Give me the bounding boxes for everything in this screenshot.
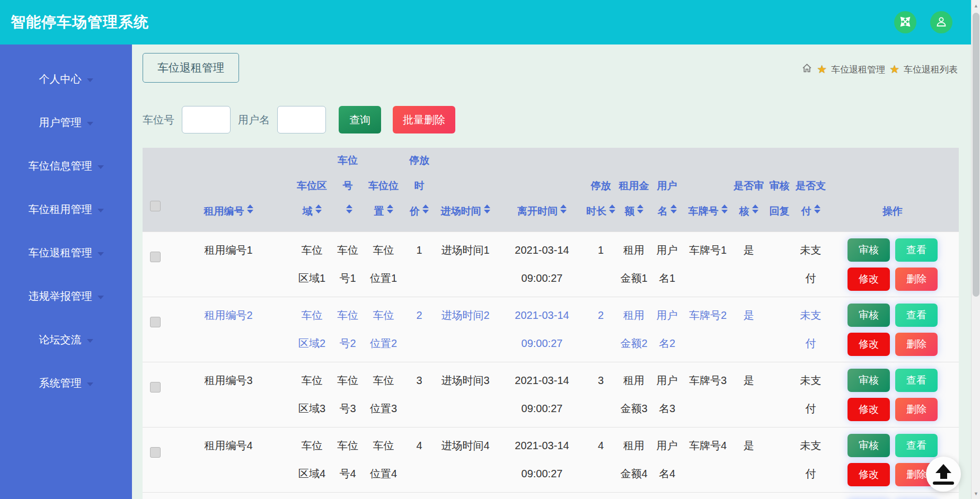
cell-r2-c13 <box>764 297 795 362</box>
cell-r2-c1: 租用编号2 <box>167 297 289 362</box>
cell-r1-c11: 车牌号1 <box>682 232 734 297</box>
action-buttons: 审核查看修改删除 <box>826 369 959 421</box>
cell-r3-c5: 3 <box>406 362 432 427</box>
audit-button[interactable]: 审核 <box>847 238 890 262</box>
column-header-4[interactable]: 停放时 价 <box>406 148 432 232</box>
row-checkbox[interactable] <box>150 317 161 327</box>
sidebar-item-system-management[interactable]: 系统管理 <box>0 361 132 405</box>
username-input[interactable] <box>277 106 326 133</box>
cell-r2-c11: 车牌号2 <box>682 297 734 362</box>
user-button[interactable] <box>930 11 952 33</box>
edit-button[interactable]: 修改 <box>847 398 890 421</box>
column-header-13[interactable]: 是否支 付 <box>795 148 826 232</box>
column-header-3[interactable]: 车位位 置 <box>361 148 406 232</box>
table-row: 租用编号3车位 区域3车位 号3车位 位置33进场时间32021-03-14 0… <box>143 362 959 427</box>
sidebar-item-personal-center[interactable]: 个人中心 <box>0 57 132 101</box>
delete-button[interactable]: 删除 <box>895 333 938 356</box>
cell-r3-c4: 车位 位置3 <box>361 362 406 427</box>
delete-button[interactable]: 删除 <box>895 398 938 421</box>
column-header-label: 车牌号 <box>688 206 719 217</box>
topbar: 智能停车场管理系统 <box>0 0 980 44</box>
chevron-down-icon <box>87 382 93 386</box>
home-icon[interactable] <box>801 63 813 76</box>
column-header-8[interactable]: 租用金 额 <box>616 148 652 232</box>
spot-number-input[interactable] <box>182 106 231 133</box>
audit-button[interactable]: 审核 <box>847 369 890 392</box>
breadcrumb-item-management[interactable]: 车位退租管理 <box>831 64 885 76</box>
star-icon: ★ <box>817 63 827 76</box>
up-arrow-icon <box>933 464 954 485</box>
sort-icon <box>814 204 820 213</box>
scroll-down-arrow-icon[interactable]: ▼ <box>972 489 980 498</box>
column-header-5[interactable]: 进场时间 <box>432 148 498 232</box>
edit-button[interactable]: 修改 <box>847 268 890 291</box>
column-header-10[interactable]: 车牌号 <box>682 148 734 232</box>
sidebar-item-parking-derent-management[interactable]: 车位退租管理 <box>0 231 132 274</box>
view-button[interactable]: 查看 <box>895 434 938 457</box>
cell-r1-c5: 1 <box>406 232 432 297</box>
column-header-7[interactable]: 停放 时长 <box>586 148 616 232</box>
sidebar-item-forum-exchange[interactable]: 论坛交流 <box>0 318 132 361</box>
sidebar-item-violation-report-management[interactable]: 违规举报管理 <box>0 274 132 318</box>
column-header-6[interactable]: 离开时间 <box>498 148 586 232</box>
table-row: 租用编号2车位 区域2车位 号2车位 位置22进场时间22021-03-14 0… <box>143 297 959 362</box>
chevron-down-icon <box>98 252 104 256</box>
view-button[interactable]: 查看 <box>895 369 938 392</box>
back-to-top-button[interactable] <box>926 457 961 492</box>
column-header-1[interactable]: 车位区 域 <box>289 148 334 232</box>
audit-button[interactable]: 审核 <box>847 434 890 457</box>
row-select-cell <box>143 493 167 499</box>
row-select-cell <box>143 297 167 362</box>
row-checkbox[interactable] <box>150 447 161 458</box>
scrollbar-thumb[interactable] <box>973 13 979 297</box>
audit-button[interactable]: 审核 <box>847 304 890 327</box>
cell-r5-c7: 2021-03-14 09:00:27 <box>498 493 586 499</box>
column-header-2[interactable]: 车位号 <box>334 148 361 232</box>
row-checkbox[interactable] <box>150 382 161 393</box>
sidebar-item-parking-rental-management[interactable]: 车位租用管理 <box>0 188 132 231</box>
cell-r5-c11: 车牌号5 <box>682 493 734 499</box>
cell-r5-c14: 未支 付 <box>795 493 826 499</box>
column-header-0[interactable]: 租用编号 <box>167 148 289 232</box>
sidebar-item-label: 个人中心 <box>39 72 82 86</box>
row-checkbox[interactable] <box>150 252 161 262</box>
column-header-9[interactable]: 用户 名 <box>652 148 682 232</box>
delete-button[interactable]: 删除 <box>895 268 938 291</box>
sidebar-item-parking-info-management[interactable]: 车位信息管理 <box>0 144 132 188</box>
edit-button[interactable]: 修改 <box>847 463 890 486</box>
select-all-cell <box>143 148 167 232</box>
action-buttons: 审核查看修改删除 <box>826 238 959 291</box>
breadcrumb-item-list[interactable]: 车位退租列表 <box>904 64 958 76</box>
cell-r4-c7: 2021-03-14 09:00:27 <box>498 427 586 493</box>
cell-r4-c4: 车位 位置4 <box>361 427 406 493</box>
cell-r3-c7: 2021-03-14 09:00:27 <box>498 362 586 427</box>
sidebar-item-user-management[interactable]: 用户管理 <box>0 101 132 144</box>
row-select-cell <box>143 232 167 297</box>
scroll-up-arrow-icon[interactable]: ▲ <box>972 1 980 10</box>
sort-icon <box>670 204 677 213</box>
cell-r3-c10: 用户 名3 <box>652 362 682 427</box>
view-button[interactable]: 查看 <box>895 238 938 262</box>
cell-r5-c3: 车位 号5 <box>334 493 361 499</box>
cell-r2-c7: 2021-03-14 09:00:27 <box>498 297 586 362</box>
table-row: 租用编号1车位 区域1车位 号1车位 位置11进场时间12021-03-14 0… <box>143 232 959 297</box>
table-header-row: 租用编号车位区 域车位号 车位位 置停放时 价进场时间离开时间停放 时长租用金 … <box>143 148 959 232</box>
view-button[interactable]: 查看 <box>895 304 938 327</box>
cell-r5-c8: 5 <box>586 493 616 499</box>
cell-r1-c9: 租用 金额1 <box>616 232 652 297</box>
batch-delete-button[interactable]: 批量删除 <box>393 106 455 133</box>
select-all-checkbox[interactable] <box>150 201 161 211</box>
cell-r2-c2: 车位 区域2 <box>289 297 334 362</box>
column-header-11[interactable]: 是否审 核 <box>734 148 764 232</box>
query-button[interactable]: 查询 <box>339 106 381 133</box>
row-actions-cell: 审核查看修改删除 <box>826 232 959 297</box>
vertical-scrollbar: ▲ ▼ <box>971 0 980 499</box>
table-row: 租用编号4车位 区域4车位 号4车位 位置44进场时间42021-03-14 0… <box>143 427 959 493</box>
sidebar-item-label: 系统管理 <box>39 376 82 390</box>
row-actions-cell: 审核查看修改删除 <box>826 297 959 362</box>
table-row: 租用编号5车位 区域5车位 号5车位 位置55进场时间52021-03-14 0… <box>143 493 959 499</box>
cell-r5-c9: 租用 金额5 <box>616 493 652 499</box>
edit-button[interactable]: 修改 <box>847 333 890 356</box>
column-header-label: 是否审 核 <box>734 180 764 217</box>
fullscreen-button[interactable] <box>894 11 916 33</box>
